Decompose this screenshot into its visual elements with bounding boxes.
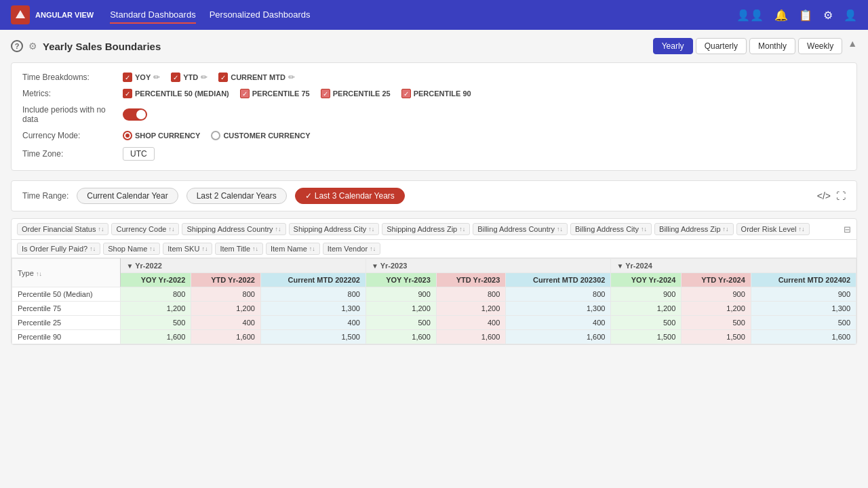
sort-icon: ↑↓: [368, 226, 374, 232]
period-btn-weekly[interactable]: Weekly: [798, 38, 842, 54]
metrics-label: Metrics:: [22, 89, 117, 98]
filter-chip-item-title[interactable]: Item Title ↑↓: [215, 243, 263, 255]
th-yoy-2022[interactable]: YOY Yr-2022: [121, 273, 191, 287]
filter-chip-ship-city[interactable]: Shipping Address City ↑↓: [289, 223, 380, 235]
settings-icon[interactable]: ⚙: [28, 41, 37, 52]
breakdown-ytd[interactable]: ✓ YTD ✏: [171, 73, 208, 82]
th-mtd-2022[interactable]: Current MTD 202202: [260, 273, 366, 287]
metric-p50-checkbox[interactable]: ✓: [123, 89, 132, 98]
radio-customer-currency[interactable]: CUSTOMER CURRENCY: [211, 131, 310, 140]
time-range-row: Time Range: Current Calendar Year Last 2…: [22, 188, 846, 204]
metric-p90-checkbox[interactable]: ✓: [401, 89, 411, 98]
th-mtd-2024[interactable]: Current MTD 202402: [751, 273, 856, 287]
radio-customer-outer[interactable]: [211, 131, 220, 140]
range-btn-current[interactable]: Current Calendar Year: [77, 188, 178, 204]
cell-r0-c4: 800: [436, 287, 506, 302]
filter-chip-currency-code[interactable]: Currency Code ↑↓: [111, 223, 179, 235]
period-btn-quarterly[interactable]: Quarterly: [696, 38, 747, 54]
metric-p90-label: PERCENTILE 90: [414, 89, 471, 98]
metric-p90[interactable]: ✓ PERCENTILE 90: [401, 89, 471, 98]
breakdown-ytd-checkbox[interactable]: ✓: [171, 73, 180, 82]
radio-shop-outer[interactable]: [123, 131, 132, 140]
cell-r1-c8: 1,300: [751, 302, 856, 316]
metric-p25-checkbox[interactable]: ✓: [321, 89, 330, 98]
main-content: ? ⚙ Yearly Sales Boundaries Yearly Quart…: [0, 30, 868, 353]
include-periods-toggle[interactable]: [123, 108, 147, 121]
breakdown-ytd-label: YTD: [183, 73, 198, 81]
type-label: Type: [18, 269, 34, 277]
expand-icon[interactable]: ⛶: [836, 190, 846, 201]
breakdown-yoy-checkbox[interactable]: ✓: [123, 73, 132, 82]
clipboard-icon[interactable]: 📋: [799, 9, 812, 22]
code-icon[interactable]: </>: [817, 190, 831, 201]
filter-chip-ship-zip[interactable]: Shipping Address Zip ↑↓: [382, 223, 470, 235]
breakdown-mtd-checkbox[interactable]: ✓: [218, 73, 228, 82]
nav-link-standard[interactable]: Standard Dashboards: [110, 7, 195, 24]
bell-icon[interactable]: 🔔: [774, 9, 788, 22]
filter-chip-financial-status[interactable]: Order Financial Status ↑↓: [17, 223, 108, 235]
radio-shop-currency[interactable]: SHOP CURRENCY: [123, 131, 200, 140]
year-2024-label: Yr-2024: [625, 262, 652, 270]
filter-chip-bill-zip[interactable]: Billing Address Zip ↑↓: [654, 223, 734, 235]
metrics-group: ✓ PERCENTILE 50 (MEDIAN) ✓ PERCENTILE 75…: [123, 89, 471, 98]
settings-row-currency: Currency Mode: SHOP CURRENCY CUSTOMER CU…: [22, 131, 846, 140]
year-header-2022: ▼ Yr-2022: [121, 259, 366, 273]
filter-chip-item-name[interactable]: Item Name ↑↓: [266, 243, 320, 255]
filter-chip-ship-country[interactable]: Shipping Address Country ↑↓: [182, 223, 285, 235]
period-btn-monthly[interactable]: Monthly: [749, 38, 795, 54]
breakdown-yoy-edit[interactable]: ✏: [153, 73, 160, 82]
metric-p25[interactable]: ✓ PERCENTILE 25: [321, 89, 391, 98]
cell-r3-c4: 1,600: [436, 330, 506, 344]
cell-r2-c4: 400: [436, 316, 506, 330]
cell-r1-c1: 1,200: [191, 302, 261, 316]
cell-r3-c1: 1,600: [191, 330, 261, 344]
breakdown-mtd-edit[interactable]: ✏: [288, 73, 295, 82]
sliders-icon[interactable]: ⚙: [823, 9, 833, 22]
page-header-left: ? ⚙ Yearly Sales Boundaries: [11, 40, 161, 52]
metric-p50[interactable]: ✓ PERCENTILE 50 (MEDIAN): [123, 89, 229, 98]
cell-r1-c3: 1,200: [366, 302, 436, 316]
radio-shop-label: SHOP CURRENCY: [135, 131, 200, 140]
profile-icon[interactable]: 👤: [844, 9, 857, 22]
time-range-left: Time Range: Current Calendar Year Last 2…: [22, 188, 405, 204]
time-range-icons: </> ⛶: [817, 190, 846, 201]
filter-chip-item-vendor[interactable]: Item Vendor ↑↓: [323, 243, 380, 255]
filter-chip-fully-paid[interactable]: Is Order Fully Paid? ↑↓: [17, 243, 100, 255]
filter-chip-bill-country[interactable]: Billing Address Country ↑↓: [473, 223, 568, 235]
range-btn-last3[interactable]: ✓Last 3 Calendar Years: [295, 188, 405, 204]
include-periods-label: Include periods with no data: [22, 105, 117, 124]
range-btn-last2[interactable]: Last 2 Calendar Years: [186, 188, 287, 204]
th-mtd-2023[interactable]: Current MTD 202302: [506, 273, 611, 287]
breakdown-mtd[interactable]: ✓ CURRENT MTD ✏: [218, 73, 295, 82]
filter-chip-bill-city[interactable]: Billing Address City ↑↓: [570, 223, 652, 235]
metric-p75-checkbox[interactable]: ✓: [240, 89, 250, 98]
breakdown-ytd-edit[interactable]: ✏: [201, 73, 208, 82]
radio-shop-inner: [125, 134, 130, 138]
breakdown-yoy[interactable]: ✓ YOY ✏: [123, 73, 160, 82]
filter-settings-icon[interactable]: ⊟: [844, 224, 851, 235]
type-col-header[interactable]: Type ↑↓: [12, 259, 121, 287]
time-range-section: Time Range: Current Calendar Year Last 2…: [11, 180, 857, 211]
period-btn-yearly[interactable]: Yearly: [653, 38, 693, 54]
toggle-knob: [136, 110, 146, 119]
sort-type[interactable]: ↑↓: [36, 270, 42, 277]
collapse-icon[interactable]: ▲: [848, 38, 857, 54]
th-yoy-2024[interactable]: YOY Yr-2024: [611, 273, 682, 287]
filter-chip-shop-name[interactable]: Shop Name ↑↓: [103, 243, 160, 255]
cell-r3-c6: 1,500: [611, 330, 682, 344]
cell-r2-c1: 400: [191, 316, 261, 330]
th-ytd-2023[interactable]: YTD Yr-2023: [436, 273, 506, 287]
users-icon[interactable]: 👤👤: [736, 9, 764, 22]
filter-chip-risk[interactable]: Order Risk Level ↑↓: [736, 223, 810, 235]
sort-icon: ↑↓: [641, 226, 647, 232]
cell-r0-c6: 900: [611, 287, 682, 302]
period-buttons: Yearly Quarterly Monthly Weekly ▲: [653, 38, 857, 54]
th-ytd-2022[interactable]: YTD Yr-2022: [191, 273, 261, 287]
breakdown-yoy-label: YOY: [135, 73, 151, 81]
filter-chip-item-sku[interactable]: Item SKU ↑↓: [163, 243, 212, 255]
metric-p75[interactable]: ✓ PERCENTILE 75: [240, 89, 310, 98]
nav-link-personalized[interactable]: Personalized Dashboards: [210, 7, 311, 24]
th-yoy-2023[interactable]: YOY Yr-2023: [366, 273, 436, 287]
th-ytd-2024[interactable]: YTD Yr-2024: [682, 273, 751, 287]
help-icon[interactable]: ?: [11, 40, 23, 52]
